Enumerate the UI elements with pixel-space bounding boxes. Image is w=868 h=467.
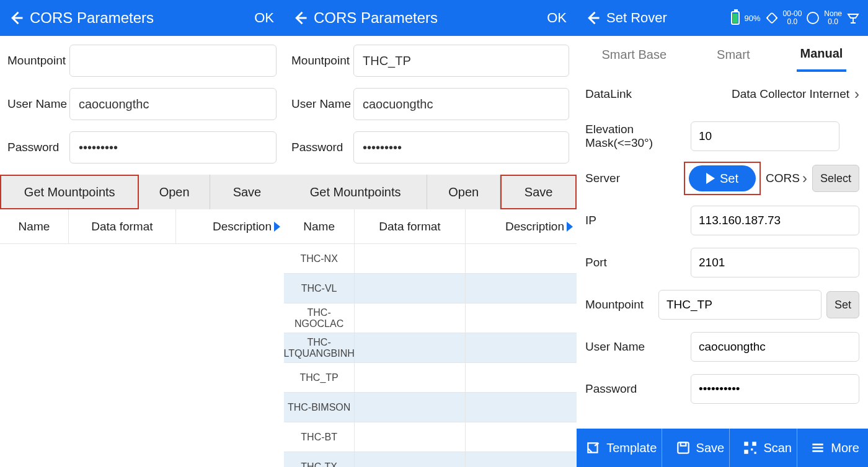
- password-label: Password: [291, 141, 353, 154]
- chevron-right-icon: ›: [854, 85, 859, 103]
- select-button[interactable]: Select: [812, 165, 859, 192]
- table-row[interactable]: THC-NX: [284, 244, 577, 274]
- table-row[interactable]: THC-NGOCLAC: [284, 303, 577, 333]
- mountpoint-label: Mountpoint: [585, 298, 658, 312]
- scroll-right-icon[interactable]: [274, 222, 280, 232]
- ip-label: IP: [585, 214, 691, 227]
- set-highlight: Set: [684, 162, 761, 195]
- table-row[interactable]: THC-BT: [284, 422, 577, 452]
- more-button[interactable]: More: [805, 429, 864, 467]
- circle-icon: [805, 11, 820, 25]
- template-button[interactable]: Template: [580, 429, 662, 467]
- qr-icon: [742, 440, 758, 456]
- server-set-button[interactable]: Set: [689, 165, 756, 191]
- page-title: Set Rover: [606, 10, 731, 26]
- mountpoint-label: Mountpoint: [7, 54, 69, 68]
- svg-rect-3: [680, 442, 686, 445]
- tabs: Smart Base Smart Manual: [577, 36, 868, 73]
- svg-point-1: [807, 12, 818, 24]
- th-description: Description: [176, 220, 284, 234]
- form-area: Mountpoint User Name Password: [284, 36, 577, 175]
- table-row[interactable]: THC_TP: [284, 363, 577, 393]
- ok-button[interactable]: OK: [254, 10, 277, 26]
- page-title: CORS Parameters: [314, 9, 547, 27]
- save-icon: [675, 440, 691, 456]
- table-header: Name Data format Description: [0, 209, 284, 244]
- table-body: THC-NX THC-VL THC-NGOCLAC THC-LTQUANGBIN…: [284, 244, 577, 467]
- table-row[interactable]: THC-BIMSON: [284, 393, 577, 422]
- panel-set-rover: Set Rover 90% 00-000.0 None0.0 Smart Bas…: [577, 0, 868, 467]
- menu-icon: [810, 440, 826, 456]
- open-button[interactable]: Open: [139, 175, 210, 209]
- password-label: Password: [585, 382, 691, 396]
- chevron-right-icon: ›: [802, 170, 807, 187]
- panel-cors-2: CORS Parameters OK Mountpoint User Name …: [284, 0, 577, 467]
- topbar: Set Rover 90% 00-000.0 None0.0: [577, 0, 868, 36]
- play-icon: [706, 173, 715, 184]
- tab-manual[interactable]: Manual: [797, 38, 847, 72]
- th-format: Data format: [354, 209, 465, 243]
- rover-form: DataLink Data Collector Internet › Eleva…: [577, 73, 868, 429]
- username-label: User Name: [291, 97, 353, 111]
- table-row[interactable]: THC-TX: [284, 452, 577, 467]
- password-input[interactable]: [353, 131, 569, 164]
- form-area: Mountpoint User Name Password: [0, 36, 284, 175]
- mountpoint-set-button[interactable]: Set: [826, 291, 859, 318]
- tab-smart[interactable]: Smart: [713, 39, 753, 71]
- save-button[interactable]: Save: [670, 429, 730, 467]
- th-format: Data format: [68, 209, 176, 243]
- back-arrow-icon[interactable]: [584, 9, 601, 27]
- svg-rect-2: [678, 442, 688, 453]
- satellite-icon: [764, 11, 779, 25]
- ok-button[interactable]: OK: [547, 10, 569, 26]
- username-label: User Name: [7, 97, 69, 111]
- mountpoint-input[interactable]: [69, 45, 277, 77]
- username-input[interactable]: [69, 88, 277, 120]
- action-row: Get Mountpoints Open Save: [0, 175, 284, 209]
- password-input[interactable]: [691, 374, 859, 404]
- th-name: Name: [0, 220, 68, 234]
- th-name: Name: [284, 220, 354, 234]
- username-input[interactable]: [691, 332, 859, 362]
- elevation-input[interactable]: [691, 121, 839, 151]
- password-label: Password: [7, 141, 69, 154]
- page-title: CORS Parameters: [30, 9, 254, 27]
- svg-rect-5: [753, 442, 757, 446]
- mountpoint-input[interactable]: [658, 290, 822, 320]
- back-arrow-icon[interactable]: [291, 9, 309, 27]
- svg-rect-7: [751, 448, 753, 450]
- mountpoint-label: Mountpoint: [291, 54, 353, 68]
- scan-button[interactable]: Scan: [737, 429, 797, 467]
- table-row[interactable]: THC-LTQUANGBINH: [284, 333, 577, 363]
- username-input[interactable]: [353, 88, 569, 120]
- table-header: Name Data format Description: [284, 209, 577, 244]
- mountpoint-input[interactable]: [353, 45, 569, 77]
- datalink-select[interactable]: Data Collector Internet ›: [691, 85, 859, 103]
- get-mountpoints-button[interactable]: Get Mountpoints: [284, 175, 427, 209]
- battery-pct: 90%: [745, 14, 761, 23]
- bottom-bar: Template Save Scan More: [577, 429, 868, 467]
- save-button[interactable]: Save: [210, 175, 284, 209]
- password-input[interactable]: [69, 131, 277, 164]
- svg-rect-6: [745, 450, 749, 454]
- antenna-icon: [846, 11, 861, 25]
- ip-input[interactable]: [691, 206, 859, 235]
- port-input[interactable]: [691, 248, 859, 277]
- template-icon: [585, 440, 601, 456]
- back-arrow-icon[interactable]: [7, 9, 25, 27]
- status-area: 90% 00-000.0 None0.0: [731, 10, 861, 26]
- server-label: Server: [585, 172, 684, 185]
- get-mountpoints-button[interactable]: Get Mountpoints: [0, 175, 139, 209]
- scroll-right-icon[interactable]: [567, 222, 573, 232]
- panel-cors-1: CORS Parameters OK Mountpoint User Name …: [0, 0, 284, 467]
- tab-smart-base[interactable]: Smart Base: [598, 39, 670, 71]
- topbar: CORS Parameters OK: [284, 0, 577, 36]
- cors-link[interactable]: CORS›: [766, 170, 807, 187]
- svg-rect-4: [745, 442, 749, 446]
- none-status: None0.0: [824, 10, 842, 26]
- open-button[interactable]: Open: [427, 175, 500, 209]
- datalink-label: DataLink: [585, 87, 691, 101]
- battery-icon: [731, 11, 740, 25]
- table-row[interactable]: THC-VL: [284, 274, 577, 303]
- save-button[interactable]: Save: [500, 175, 577, 209]
